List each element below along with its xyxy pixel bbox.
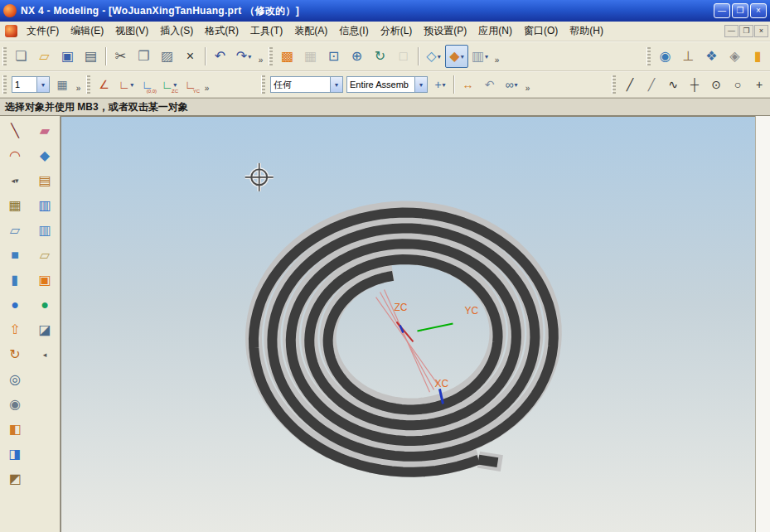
menu-preferences[interactable]: 预设置(P) <box>418 22 472 41</box>
unite-button[interactable]: ◧ <box>2 418 27 441</box>
work-layer-button[interactable]: ❖ <box>700 45 724 68</box>
layer-visibility-button[interactable]: ▥▾ <box>468 45 492 68</box>
toolbar-drag-handle[interactable] <box>86 75 90 94</box>
feature-box-button[interactable]: ▣ <box>32 268 57 292</box>
toolbar-drag-handle[interactable] <box>647 47 651 65</box>
toolbar-drag-handle[interactable] <box>2 47 7 65</box>
menu-edit[interactable]: 编辑(E) <box>65 22 109 41</box>
point-tool-button[interactable]: ┼ <box>684 75 705 94</box>
new-file-button[interactable]: ❏ <box>10 45 33 68</box>
subtract-button[interactable]: ◨ <box>2 443 27 466</box>
plus-tool-button[interactable]: + <box>748 75 770 94</box>
pan-button[interactable]: □ <box>392 45 415 68</box>
datum-csys-button[interactable]: ▱ <box>32 244 57 267</box>
shaded-cube-button[interactable]: ◆ <box>32 144 57 167</box>
move-object-button[interactable]: ↔ <box>458 75 479 94</box>
trim-body-button[interactable]: ◪ <box>32 318 57 341</box>
undo-small-button[interactable]: ↶ <box>479 75 501 94</box>
arc-button[interactable]: ◠ <box>2 144 27 167</box>
layers-stack-button[interactable]: ▤ <box>32 169 57 192</box>
csys-triad-line[interactable] <box>417 324 453 331</box>
datum-plane-button[interactable]: ▱ <box>2 219 27 242</box>
menu-application[interactable]: 应用(N) <box>472 22 518 41</box>
revolve-button[interactable]: ↻ <box>2 343 27 366</box>
toolbar-overflow-button[interactable]: » <box>255 46 266 67</box>
shaded-view-button[interactable]: ◆▾ <box>445 45 468 68</box>
copy-button[interactable]: ❐ <box>133 45 156 68</box>
catalog-button[interactable]: ▥ <box>32 194 57 217</box>
menu-window[interactable]: 窗口(O) <box>518 22 564 41</box>
paste-button[interactable]: ▨ <box>156 45 179 68</box>
circle-center-tool-button[interactable]: ⊙ <box>705 75 727 94</box>
wcs-dynamics-button[interactable]: ∟▾ <box>115 75 137 94</box>
sketch-button[interactable]: ▦ <box>2 194 27 217</box>
menu-tools[interactable]: 工具(T) <box>245 22 288 41</box>
view-cube-button[interactable]: ◇▾ <box>422 45 445 68</box>
zoom-button[interactable]: ⊕ <box>346 45 369 68</box>
intersect-button[interactable]: ◩ <box>2 467 27 491</box>
spiral-spring-model[interactable] <box>254 210 554 472</box>
menu-view[interactable]: 视图(V) <box>109 22 154 41</box>
child-restore-button[interactable]: ❐ <box>739 25 753 37</box>
globe-view-button[interactable]: ◉ <box>654 45 677 68</box>
sidebar-collapse-button[interactable]: ◂ <box>32 343 57 366</box>
snap-point-button[interactable]: +▾ <box>429 75 451 94</box>
menu-analysis[interactable]: 分析(L) <box>375 22 419 41</box>
rotate-view-button[interactable]: ↻ <box>369 45 392 68</box>
sphere-green-button[interactable]: ● <box>32 293 57 317</box>
chevron-down-icon[interactable]: ▾ <box>36 77 49 92</box>
undo-button[interactable]: ↶ <box>209 45 232 68</box>
wcs-zc-button[interactable]: ∟▾ZC <box>158 75 180 94</box>
show-hide-button[interactable]: ▦ <box>299 45 322 68</box>
toolbar-expand-button[interactable]: ◂▾ <box>2 169 27 192</box>
line-button[interactable]: ╲ <box>2 119 27 143</box>
print-button[interactable]: ▤ <box>80 45 103 68</box>
toolbar-overflow-button[interactable]: » <box>73 74 84 95</box>
layer-settings-button[interactable]: ▦ <box>51 75 73 94</box>
menu-help[interactable]: 帮助(H) <box>564 22 609 41</box>
assembly-scope-combo[interactable]: Entire Assemb ▾ <box>346 76 428 93</box>
cut-button[interactable]: ✂ <box>109 45 133 68</box>
selection-scope-combo[interactable]: 任何 ▾ <box>270 76 343 93</box>
toolbar-drag-handle[interactable] <box>2 75 7 94</box>
boss-button[interactable]: ◉ <box>2 393 27 416</box>
toolbar-drag-handle[interactable] <box>261 75 265 94</box>
close-button[interactable]: × <box>750 3 767 18</box>
child-minimize-button[interactable]: — <box>724 25 739 37</box>
wcs-yc-button[interactable]: ∟YC <box>180 75 201 94</box>
circle-tool-button[interactable]: ○ <box>727 75 748 94</box>
wcs-origin-button[interactable]: ∟(0,0) <box>137 75 158 94</box>
toolbar-drag-handle[interactable] <box>612 75 616 94</box>
polyline-tool-button[interactable]: ╱ <box>641 75 662 94</box>
child-close-button[interactable]: × <box>754 25 768 37</box>
link-chain-button[interactable]: ∞▾ <box>501 75 522 94</box>
extrude-button[interactable]: ⇧ <box>2 318 27 341</box>
menu-file[interactable]: 文件(F) <box>21 22 65 41</box>
measure-button[interactable]: ◈ <box>724 45 747 68</box>
manual-button[interactable]: ▥ <box>32 219 57 242</box>
object-display-button[interactable]: ▰ <box>32 119 57 143</box>
save-button[interactable]: ▣ <box>56 45 80 68</box>
display-mode-button[interactable]: ▩ <box>276 45 299 68</box>
toolbar-overflow-button[interactable]: » <box>492 46 502 67</box>
delete-button[interactable]: × <box>179 45 202 68</box>
csys-display-button[interactable]: ⊥ <box>677 45 700 68</box>
fit-view-button[interactable]: ⊡ <box>322 45 346 68</box>
menu-assemblies[interactable]: 装配(A) <box>288 22 333 41</box>
resource-bar-button[interactable]: ▮ <box>747 45 770 68</box>
cylinder-button[interactable]: ▮ <box>2 268 27 292</box>
minimize-button[interactable]: — <box>714 3 730 18</box>
restore-button[interactable]: ❐ <box>732 3 748 18</box>
graphics-window[interactable]: ZC YC XC <box>61 116 755 532</box>
menu-format[interactable]: 格式(R) <box>199 22 245 41</box>
block-button[interactable]: ■ <box>2 244 27 267</box>
chevron-down-icon[interactable]: ▾ <box>414 77 427 92</box>
toolbar-drag-handle[interactable] <box>269 47 273 65</box>
line-tool-button[interactable]: ╱ <box>619 75 641 94</box>
redo-button[interactable]: ↷▾ <box>232 45 255 68</box>
chevron-down-icon[interactable]: ▾ <box>330 77 342 92</box>
spline-tool-button[interactable]: ∿ <box>662 75 684 94</box>
toolbar-overflow-button[interactable]: » <box>201 74 212 95</box>
hole-button[interactable]: ◎ <box>2 368 27 391</box>
menu-information[interactable]: 信息(I) <box>333 22 374 41</box>
